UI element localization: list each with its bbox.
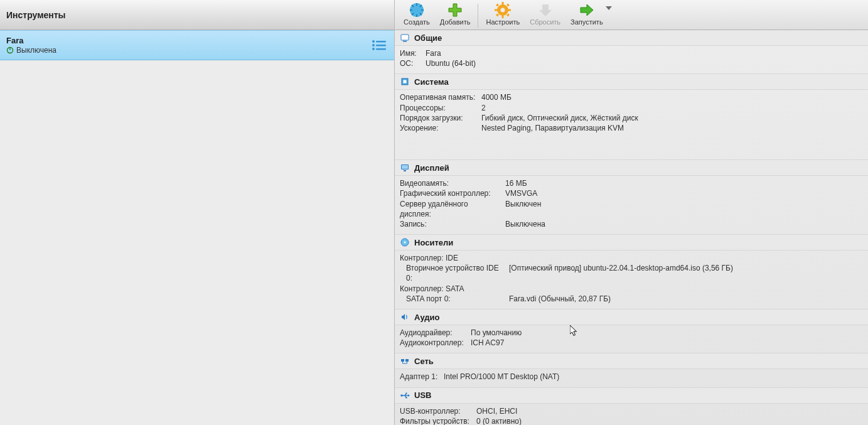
accel-label: Ускорение: xyxy=(400,123,476,133)
run-button[interactable]: Запустить xyxy=(565,1,608,29)
name-value: Fara xyxy=(426,48,441,58)
ide-dev-label: Вторичное устройство IDE 0: xyxy=(406,263,504,283)
vm-item-fara[interactable]: Fara Выключена xyxy=(0,30,394,60)
vm-status: Выключена xyxy=(16,46,56,55)
tools-header[interactable]: Инструменты xyxy=(0,0,394,30)
section-audio-header[interactable]: Аудио xyxy=(395,309,868,325)
run-label: Запустить xyxy=(571,18,603,26)
section-system-title: Система xyxy=(414,77,449,87)
svg-rect-43 xyxy=(406,392,407,394)
section-network-body: Адаптер 1:Intel PRO/1000 MT Desktop (NAT… xyxy=(395,369,868,387)
add-label: Добавить xyxy=(440,18,471,26)
vm-item-menu-icon[interactable] xyxy=(370,38,388,52)
svg-point-4 xyxy=(372,44,375,46)
svg-point-35 xyxy=(404,242,406,244)
section-usb-header[interactable]: USB xyxy=(395,387,868,404)
run-dropdown[interactable] xyxy=(606,1,612,10)
power-icon xyxy=(6,46,14,54)
svg-rect-25 xyxy=(496,14,499,17)
usb-icon xyxy=(400,390,410,401)
svg-rect-33 xyxy=(404,170,406,171)
toolbar-separator xyxy=(478,4,478,28)
svg-point-2 xyxy=(372,40,375,43)
svg-point-6 xyxy=(372,48,375,50)
settings-label: Настроить xyxy=(486,18,520,26)
new-icon xyxy=(409,2,425,18)
usb-ctrl-value: OHCI, EHCI xyxy=(476,406,517,416)
remote-label: Сервер удалённого дисплея: xyxy=(400,199,500,219)
usb-filters-label: Фильтры устройств: xyxy=(400,416,471,425)
settings-button[interactable]: Настроить xyxy=(481,1,525,29)
svg-rect-30 xyxy=(404,80,407,83)
audio-ctrl-label: Аудиоконтроллер: xyxy=(400,338,466,348)
os-label: ОС: xyxy=(400,58,421,68)
tools-title: Инструменты xyxy=(6,10,66,20)
left-pane: Инструменты Fara Выключена xyxy=(0,0,395,425)
section-usb-title: USB xyxy=(414,390,431,400)
os-value: Ubuntu (64-bit) xyxy=(426,58,476,68)
general-icon xyxy=(400,33,410,43)
ram-label: Оперативная память: xyxy=(400,92,476,102)
section-network-title: Сеть xyxy=(414,357,434,366)
create-label: Создать xyxy=(404,18,430,26)
section-audio-body: Аудиодрайвер:По умолчанию Аудиоконтролле… xyxy=(395,325,868,353)
network-icon xyxy=(400,356,410,366)
accel-value: Nested Paging, Паравиртуализация KVM xyxy=(481,123,624,133)
audio-ctrl-value: ICH AC97 xyxy=(471,338,504,348)
sata-port-value: Fara.vdi (Обычный, 20,87 ГБ) xyxy=(509,294,611,304)
section-usb-body: USB-контроллер:OHCI, EHCI Фильтры устрой… xyxy=(395,404,868,425)
audio-driver-value: По умолчанию xyxy=(471,328,522,338)
right-pane: Создать Добавить Настроить xyxy=(395,0,868,425)
vm-name: Fara xyxy=(6,36,56,45)
svg-rect-7 xyxy=(376,48,386,50)
svg-rect-24 xyxy=(506,4,510,7)
section-display-header[interactable]: Дисплей xyxy=(395,159,868,176)
cpu-label: Процессоры: xyxy=(400,103,476,113)
create-button[interactable]: Создать xyxy=(399,1,435,29)
section-storage-body: Контроллер: IDE Вторичное устройство IDE… xyxy=(395,250,868,309)
svg-rect-19 xyxy=(502,2,504,5)
section-audio-title: Аудио xyxy=(414,313,439,322)
ide-dev-value: [Оптический привод] ubuntu-22.04.1-deskt… xyxy=(509,263,733,283)
remote-value: Выключен xyxy=(505,199,541,219)
section-system-header[interactable]: Система xyxy=(395,73,868,90)
svg-rect-37 xyxy=(405,359,409,362)
section-display-body: Видеопамять:16 МБ Графический контроллер… xyxy=(395,176,868,234)
svg-point-44 xyxy=(405,397,407,398)
plus-icon xyxy=(447,2,463,18)
svg-rect-28 xyxy=(403,41,407,42)
section-general-header[interactable]: Общие xyxy=(395,30,868,46)
section-general-body: Имя:Fara ОС:Ubuntu (64-bit) xyxy=(395,46,868,73)
boot-label: Порядок загрузки: xyxy=(400,113,476,123)
adapter-value: Intel PRO/1000 MT Desktop (NAT) xyxy=(444,372,559,382)
section-storage-title: Носители xyxy=(414,238,453,247)
gfx-label: Графический контроллер: xyxy=(400,188,500,198)
section-storage-header[interactable]: Носители xyxy=(395,234,868,250)
display-icon xyxy=(400,163,410,173)
arrow-right-icon xyxy=(579,2,595,18)
ram-value: 4000 МБ xyxy=(481,92,512,102)
svg-rect-3 xyxy=(376,41,386,42)
gfx-value: VMSVGA xyxy=(505,188,537,198)
speaker-icon xyxy=(400,312,410,322)
section-general-title: Общие xyxy=(414,33,442,43)
svg-rect-36 xyxy=(401,359,404,362)
section-system-body: Оперативная память:4000 МБ Процессоры:2 … xyxy=(395,90,868,138)
usb-filters-value: 0 (0 активно) xyxy=(476,416,522,425)
vram-value: 16 МБ xyxy=(505,178,527,188)
toolbar: Создать Добавить Настроить xyxy=(395,0,868,30)
svg-rect-26 xyxy=(506,14,510,17)
rec-label: Запись: xyxy=(400,219,500,229)
disc-icon xyxy=(400,237,410,247)
reset-button: Сбросить xyxy=(525,1,565,29)
section-network-header[interactable]: Сеть xyxy=(395,353,868,369)
section-display-title: Дисплей xyxy=(414,163,449,173)
audio-driver-label: Аудиодрайвер: xyxy=(400,328,466,338)
cpu-value: 2 xyxy=(481,103,486,113)
discard-icon xyxy=(537,2,554,18)
add-button[interactable]: Добавить xyxy=(435,1,476,29)
svg-rect-21 xyxy=(495,9,498,11)
gear-icon xyxy=(495,2,511,18)
vm-list: Fara Выключена xyxy=(0,30,394,425)
vram-label: Видеопамять: xyxy=(400,178,500,188)
